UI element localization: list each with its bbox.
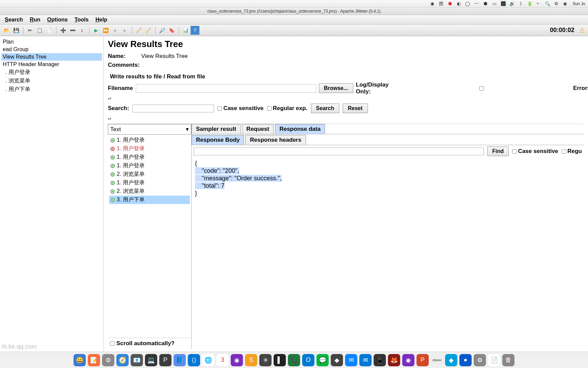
- toggle-icon[interactable]: ↕: [78, 26, 86, 35]
- app-icon[interactable]: 📝: [88, 354, 100, 366]
- open-icon[interactable]: 📂: [2, 26, 11, 35]
- chrome-icon[interactable]: 🌐: [202, 354, 214, 366]
- find-input[interactable]: [194, 148, 484, 155]
- wifi-icon[interactable]: ᯤ: [536, 1, 541, 6]
- result-item[interactable]: 1. 用户登录: [109, 162, 190, 170]
- app-icon[interactable]: 📄: [488, 354, 500, 366]
- function-icon[interactable]: 📊: [181, 26, 190, 35]
- tab-response-headers[interactable]: Response headers: [245, 135, 306, 145]
- trash-icon[interactable]: 🗑: [502, 354, 514, 366]
- app-icon[interactable]: P: [159, 354, 172, 366]
- status-icon[interactable]: ◯: [465, 1, 471, 6]
- battery-icon[interactable]: 🔋: [527, 1, 533, 6]
- tree-node[interactable]: HTTP Header Manager: [1, 61, 102, 68]
- remove-icon[interactable]: ➖: [68, 26, 77, 35]
- find-case-checkbox[interactable]: Case sensitive: [512, 148, 558, 155]
- tree-node[interactable]: ead Group: [1, 46, 102, 53]
- regex-checkbox[interactable]: Regular exp.: [267, 105, 308, 112]
- reset-search-icon[interactable]: 🔖: [167, 26, 176, 35]
- search-button[interactable]: Search: [311, 104, 339, 113]
- search-input[interactable]: [132, 105, 214, 112]
- status-icon[interactable]: ⬛: [501, 1, 506, 6]
- result-item[interactable]: 1. 用户登录: [109, 179, 190, 187]
- response-body[interactable]: { "code": "200", "message": "Order succe…: [192, 157, 584, 349]
- collapse-toggle[interactable]: ▴▾: [108, 96, 584, 100]
- tree-node[interactable]: . 用户登录: [1, 68, 102, 77]
- app-icon[interactable]: 🦊: [388, 354, 400, 366]
- search-icon[interactable]: 🔎: [158, 26, 166, 35]
- shutdown-icon[interactable]: ●: [120, 26, 129, 35]
- menu-help[interactable]: Help: [92, 17, 111, 23]
- app-icon[interactable]: ⚙: [474, 354, 486, 366]
- result-item[interactable]: 1. 用户登录: [109, 136, 190, 144]
- app-icon[interactable]: ✉: [359, 354, 372, 366]
- bluetooth-icon[interactable]: ᛒ: [518, 1, 524, 6]
- spotlight-icon[interactable]: 🔍: [545, 1, 550, 6]
- tree-node-selected[interactable]: View Results Tree: [1, 53, 102, 61]
- app-icon[interactable]: 📘: [174, 354, 186, 366]
- tree-node[interactable]: . 用户下单: [1, 85, 102, 94]
- result-item[interactable]: 3. 用户下单: [109, 196, 190, 204]
- result-item[interactable]: 2. 浏览菜单: [109, 187, 190, 196]
- finder-icon[interactable]: 😀: [74, 354, 86, 366]
- start-no-pauses-icon[interactable]: ⏩: [101, 26, 110, 35]
- save-icon[interactable]: 💾: [12, 26, 20, 35]
- volume-icon[interactable]: 🔊: [509, 1, 515, 6]
- renderer-dropdown[interactable]: Text▾: [108, 124, 191, 135]
- result-item[interactable]: 2. 浏览菜单: [109, 170, 190, 179]
- warning-icon[interactable]: ⚠: [579, 26, 585, 34]
- browse-button[interactable]: Browse...: [319, 83, 353, 93]
- tab-response-data[interactable]: Response data: [275, 124, 325, 134]
- control-center-icon[interactable]: ⚙: [554, 1, 559, 6]
- calendar-icon[interactable]: 3: [216, 354, 229, 366]
- tree-node[interactable]: Plan: [1, 38, 102, 46]
- result-item[interactable]: 1. 用户登录: [109, 144, 190, 153]
- help-icon[interactable]: ?: [191, 26, 199, 35]
- menu-run[interactable]: Run: [26, 17, 44, 23]
- app-icon[interactable]: ✉: [345, 354, 357, 366]
- app-icon[interactable]: ◉: [402, 354, 414, 366]
- collapse-toggle[interactable]: ▴▾: [108, 117, 584, 120]
- tab-sampler-result[interactable]: Sampler result: [192, 124, 241, 134]
- reset-button[interactable]: Reset: [343, 104, 368, 113]
- name-value[interactable]: View Results Tree: [141, 53, 584, 60]
- stop-icon[interactable]: ●: [111, 26, 119, 35]
- app-icon[interactable]: 📧: [131, 354, 143, 366]
- status-icon[interactable]: ▭: [492, 1, 497, 6]
- status-icon[interactable]: 囲: [439, 1, 444, 6]
- find-button[interactable]: Find: [487, 147, 509, 156]
- scroll-auto-checkbox[interactable]: [110, 341, 114, 346]
- safari-icon[interactable]: 🧭: [116, 354, 129, 366]
- wechat-icon[interactable]: 💬: [316, 354, 329, 366]
- case-sensitive-checkbox[interactable]: Case sensitive: [217, 105, 263, 112]
- filename-input[interactable]: [136, 84, 316, 93]
- tab-response-body[interactable]: Response Body: [192, 135, 244, 145]
- app-icon[interactable]: 📞: [288, 354, 300, 366]
- tab-request[interactable]: Request: [242, 124, 274, 134]
- app-icon[interactable]: 📱: [374, 354, 386, 366]
- app-icon[interactable]: S: [245, 354, 257, 366]
- start-icon[interactable]: ▶: [92, 26, 100, 35]
- siri-icon[interactable]: ◉: [562, 1, 568, 6]
- status-icon[interactable]: ⬢: [483, 1, 488, 6]
- menu-options[interactable]: Options: [44, 17, 71, 23]
- app-icon[interactable]: ◆: [445, 354, 457, 366]
- menu-tools[interactable]: Tools: [71, 17, 92, 23]
- app-icon[interactable]: 💻: [145, 354, 157, 366]
- app-icon[interactable]: ●: [459, 354, 472, 366]
- menu-search[interactable]: Search: [1, 17, 26, 23]
- results-list[interactable]: 1. 用户登录1. 用户登录1. 用户登录1. 用户登录2. 浏览菜单1. 用户…: [108, 135, 191, 338]
- status-icon[interactable]: ◉: [430, 1, 435, 6]
- cut-icon[interactable]: ✂: [26, 26, 34, 35]
- clock[interactable]: Sun Ju: [573, 1, 585, 6]
- jmeter-icon[interactable]: JMeter: [431, 354, 443, 366]
- clear-all-icon[interactable]: 🧹: [144, 26, 152, 35]
- errors-checkbox[interactable]: Errors: [391, 85, 588, 92]
- status-icon[interactable]: 〰: [474, 1, 479, 6]
- powerpoint-icon[interactable]: P: [416, 354, 429, 366]
- app-icon[interactable]: ◉: [231, 354, 243, 366]
- find-regex-checkbox[interactable]: Regu: [562, 148, 582, 155]
- clear-icon[interactable]: 🧹: [134, 26, 143, 35]
- paste-icon[interactable]: 📄: [45, 26, 53, 35]
- test-plan-tree[interactable]: Plan ead Group View Results Tree HTTP He…: [0, 36, 104, 352]
